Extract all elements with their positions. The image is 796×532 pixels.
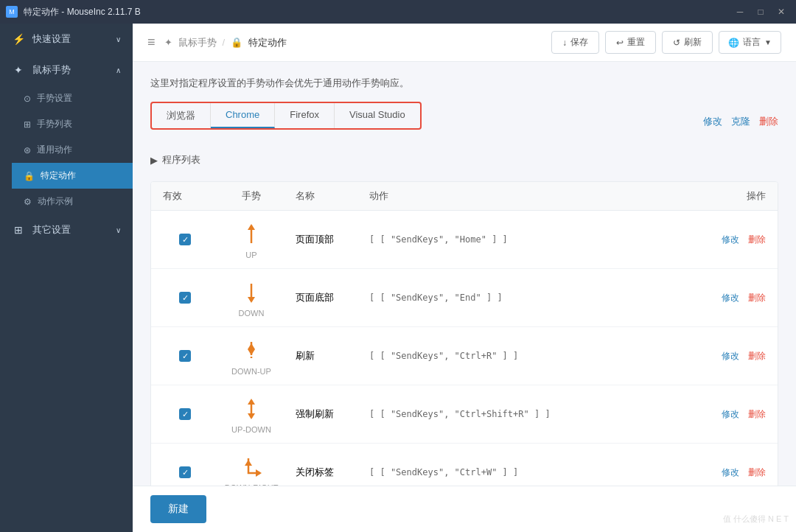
tabs-container: 浏览器 Chrome Firefox Visual Studio [150, 102, 422, 130]
gesture-table: 有效 手势 名称 动作 操作 ✓ UP [150, 181, 778, 486]
row2-delete-link[interactable]: 删除 [748, 292, 766, 304]
close-button[interactable]: ✕ [772, 4, 790, 19]
row4-checkbox[interactable]: ✓ [179, 408, 191, 420]
table-row: ✓ DOWN-RIGHT 关闭标签 [ [ "SendKeys", "Ctrl+… [151, 444, 778, 486]
minimize-button[interactable]: ─ [731, 4, 749, 19]
col-action: 动作 [369, 189, 692, 203]
mouse-gestures-chevron: ∧ [116, 66, 121, 74]
row5-action: [ [ "SendKeys", "Ctrl+W" ] ] [369, 467, 692, 477]
row3-modify-link[interactable]: 修改 [722, 350, 739, 363]
sidebar: ⚡ 快速设置 ∨ ✦ 鼠标手势 ∧ ⊙ 手势设置 ⊞ 手势列表 ⊛ 通用动作 [0, 24, 133, 532]
sidebar-item-common-actions[interactable]: ⊛ 通用动作 [12, 137, 133, 163]
watermark: 值 什么傻得 N E T [723, 514, 789, 525]
sidebar-label-other-settings: 其它设置 [32, 223, 71, 237]
row5-enabled: ✓ [163, 466, 207, 478]
tab-browser[interactable]: 浏览器 [152, 103, 211, 128]
gesture-settings-icon: ⊙ [24, 94, 31, 104]
row2-checkbox[interactable]: ✓ [179, 292, 191, 304]
table-row: ✓ DOWN-UP 刷新 [ [ "SendKeys", "Ctrl+R [151, 327, 778, 385]
sidebar-item-other-settings[interactable]: ⊞ 其它设置 ∨ [0, 214, 133, 245]
sidebar-label-action-examples: 动作示例 [38, 195, 73, 208]
breadcrumb: ✦ 鼠标手势 / 🔒 特定动作 [164, 36, 287, 49]
sidebar-item-action-examples[interactable]: ⚙ 动作示例 [12, 189, 133, 214]
svg-marker-8 [248, 399, 255, 405]
row4-name: 强制刷新 [296, 407, 369, 421]
svg-marker-11 [256, 469, 262, 477]
row1-delete-link[interactable]: 删除 [748, 234, 766, 246]
lang-chevron-icon: ▼ [764, 38, 772, 46]
row3-name: 刷新 [296, 349, 369, 363]
col-gesture: 手势 [207, 189, 296, 203]
sidebar-item-special-actions[interactable]: 🔒 特定动作 [12, 163, 133, 189]
common-actions-icon: ⊛ [24, 145, 31, 155]
sidebar-label-common-actions: 通用动作 [37, 144, 72, 156]
clone-link[interactable]: 克隆 [731, 115, 750, 128]
refresh-button[interactable]: ↺ 刷新 [662, 31, 713, 54]
maximize-button[interactable]: □ [752, 4, 769, 19]
row5-name: 关闭标签 [296, 466, 369, 479]
row1-modify-link[interactable]: 修改 [722, 234, 739, 246]
row5-gesture: DOWN-RIGHT [207, 452, 296, 486]
sidebar-label-special-actions: 特定动作 [41, 169, 76, 182]
breadcrumb-icon2: 🔒 [231, 37, 242, 48]
sidebar-label-mouse-gestures: 鼠标手势 [32, 63, 71, 77]
sidebar-item-gesture-settings[interactable]: ⊙ 手势设置 [12, 85, 133, 111]
save-label: 保存 [570, 36, 588, 49]
row3-checkbox[interactable]: ✓ [179, 350, 191, 362]
row4-gesture: UP-DOWN [207, 394, 296, 434]
row4-delete-link[interactable]: 删除 [748, 408, 766, 421]
sidebar-item-mouse-gestures[interactable]: ✦ 鼠标手势 ∧ [0, 55, 133, 85]
content-area: ≡ ✦ 鼠标手势 / 🔒 特定动作 ↓ 保存 ↩ 重置 [133, 24, 796, 532]
svg-marker-10 [245, 460, 252, 466]
breadcrumb-item1: 鼠标手势 [178, 36, 217, 49]
row4-actions: 修改 删除 [692, 408, 766, 421]
language-button[interactable]: 🌐 语言 ▼ [719, 31, 781, 54]
svg-marker-1 [248, 224, 255, 230]
program-list-toggle[interactable]: ▶ 程序列表 [150, 147, 778, 172]
sidebar-sub-menu: ⊙ 手势设置 ⊞ 手势列表 ⊛ 通用动作 🔒 特定动作 ⚙ 动作示例 [0, 85, 133, 214]
row2-enabled: ✓ [163, 292, 207, 304]
breadcrumb-icon1: ✦ [164, 37, 172, 48]
row5-delete-link[interactable]: 删除 [748, 466, 766, 479]
special-actions-icon: 🔒 [24, 171, 35, 181]
lang-label: 语言 [743, 36, 761, 49]
row3-action: [ [ "SendKeys", "Ctrl+R" ] ] [369, 351, 692, 361]
reset-button[interactable]: ↩ 重置 [605, 31, 656, 54]
delete-link[interactable]: 删除 [759, 115, 778, 128]
gesture-list-icon: ⊞ [24, 119, 31, 130]
app-icon: M [6, 6, 18, 18]
other-settings-icon: ⊞ [12, 224, 25, 236]
header-right: ↓ 保存 ↩ 重置 ↺ 刷新 🌐 语言 ▼ [551, 31, 781, 54]
row4-enabled: ✓ [163, 408, 207, 420]
row5-modify-link[interactable]: 修改 [722, 466, 739, 479]
col-enabled: 有效 [163, 189, 207, 203]
row2-modify-link[interactable]: 修改 [722, 292, 739, 304]
tab-chrome[interactable]: Chrome [211, 103, 275, 128]
row2-gesture: DOWN [207, 278, 296, 318]
new-button[interactable]: 新建 [150, 495, 206, 523]
col-name: 名称 [296, 189, 369, 203]
row1-gesture: UP [207, 220, 296, 259]
table-row: ✓ DOWN 页面底部 [ [ "SendKeys", "End" ] ] [151, 269, 778, 327]
col-operation: 操作 [692, 189, 766, 203]
row5-actions: 修改 删除 [692, 466, 766, 479]
page-actions: 修改 克隆 删除 [703, 115, 778, 128]
row3-enabled: ✓ [163, 350, 207, 362]
refresh-icon: ↺ [673, 38, 680, 48]
row3-delete-link[interactable]: 删除 [748, 350, 766, 363]
row3-gesture-label: DOWN-UP [231, 367, 271, 376]
modify-link[interactable]: 修改 [703, 115, 722, 128]
other-settings-chevron: ∨ [116, 226, 121, 234]
row5-checkbox[interactable]: ✓ [179, 466, 191, 478]
tab-firefox[interactable]: Firefox [275, 103, 335, 128]
sidebar-item-gesture-list[interactable]: ⊞ 手势列表 [12, 111, 133, 137]
row2-action: [ [ "SendKeys", "End" ] ] [369, 293, 692, 303]
sidebar-item-quick-settings[interactable]: ⚡ 快速设置 ∨ [0, 24, 133, 55]
row2-name: 页面底部 [296, 291, 369, 304]
row4-modify-link[interactable]: 修改 [722, 408, 739, 421]
menu-icon[interactable]: ≡ [147, 35, 156, 50]
row1-checkbox[interactable]: ✓ [179, 234, 191, 245]
header: ≡ ✦ 鼠标手势 / 🔒 特定动作 ↓ 保存 ↩ 重置 [133, 24, 796, 62]
save-button[interactable]: ↓ 保存 [551, 31, 599, 54]
tab-visual-studio[interactable]: Visual Studio [335, 103, 420, 128]
